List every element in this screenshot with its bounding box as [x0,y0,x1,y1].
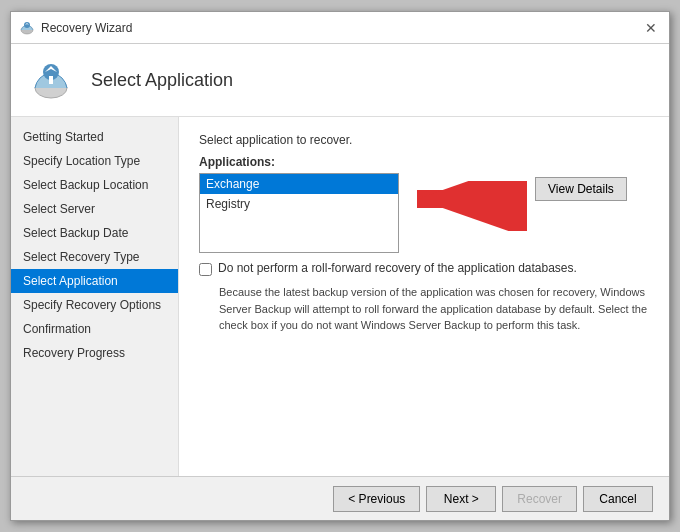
sidebar-item-select-backup-location[interactable]: Select Backup Location [11,173,178,197]
close-button[interactable]: ✕ [641,20,661,36]
app-list-item-exchange[interactable]: Exchange [200,174,398,194]
app-list-container: Exchange Registry View Details [199,173,649,253]
sidebar-item-specify-location-type[interactable]: Specify Location Type [11,149,178,173]
instruction-text: Select application to recover. [199,133,649,147]
header-title: Select Application [91,70,233,91]
previous-button[interactable]: < Previous [333,486,420,512]
title-bar-left: Recovery Wizard [19,20,132,36]
view-details-button[interactable]: View Details [535,177,627,201]
info-text: Because the latest backup version of the… [219,284,649,334]
sidebar-item-getting-started[interactable]: Getting Started [11,125,178,149]
app-list[interactable]: Exchange Registry [199,173,399,253]
sidebar-item-recovery-progress[interactable]: Recovery Progress [11,341,178,365]
cancel-button[interactable]: Cancel [583,486,653,512]
title-bar-text: Recovery Wizard [41,21,132,35]
svg-point-1 [24,22,30,28]
sidebar-item-confirmation[interactable]: Confirmation [11,317,178,341]
sidebar: Getting Started Specify Location Type Se… [11,117,179,476]
sidebar-item-specify-recovery-options[interactable]: Specify Recovery Options [11,293,178,317]
recovery-wizard-icon [19,20,35,36]
sidebar-item-select-application[interactable]: Select Application [11,269,178,293]
footer: < Previous Next > Recover Cancel [11,476,669,520]
app-list-item-registry[interactable]: Registry [200,194,398,214]
checkbox-row: Do not perform a roll-forward recovery o… [199,261,649,276]
checkbox-label: Do not perform a roll-forward recovery o… [218,261,577,275]
roll-forward-checkbox[interactable] [199,263,212,276]
recover-button[interactable]: Recover [502,486,577,512]
sidebar-item-select-server[interactable]: Select Server [11,197,178,221]
red-arrow-indicator [407,181,527,231]
sidebar-item-select-backup-date[interactable]: Select Backup Date [11,221,178,245]
recovery-wizard-dialog: Recovery Wizard ✕ Select Application Get… [10,11,670,521]
header-section: Select Application [11,44,669,117]
sidebar-item-select-recovery-type[interactable]: Select Recovery Type [11,245,178,269]
next-button[interactable]: Next > [426,486,496,512]
content-area: Getting Started Specify Location Type Se… [11,117,669,476]
main-content: Select application to recover. Applicati… [179,117,669,476]
title-bar: Recovery Wizard ✕ [11,12,669,44]
header-icon [27,56,75,104]
applications-label: Applications: [199,155,649,169]
